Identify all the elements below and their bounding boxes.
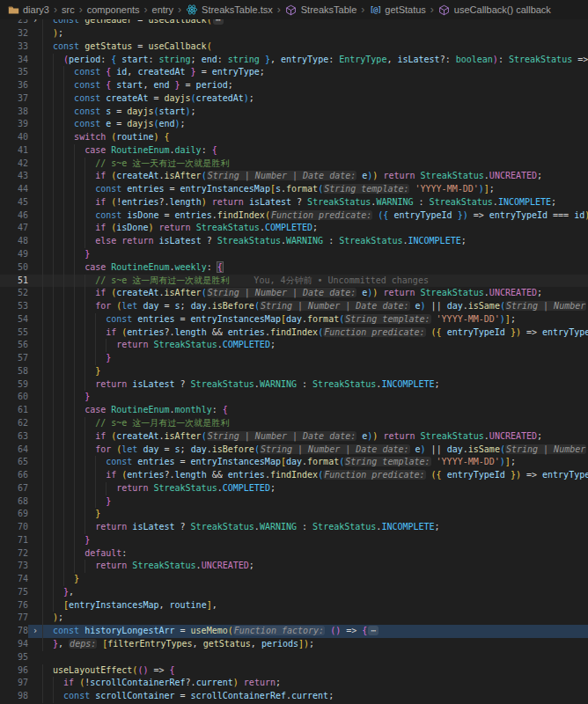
code-line-44[interactable]: 44const entries = entryInstancesMap[s.fo… bbox=[0, 183, 588, 196]
line-number[interactable]: 32 bbox=[0, 27, 28, 40]
line-number[interactable]: 52 bbox=[0, 287, 28, 300]
line-content[interactable]: if (entries?.length && entries.findIndex… bbox=[42, 326, 588, 340]
line-number[interactable]: 53 bbox=[0, 300, 28, 313]
code-line-48[interactable]: 48else return isLatest ? StreakStatus.WA… bbox=[0, 235, 588, 248]
fold-chevron-icon[interactable]: › bbox=[28, 625, 42, 638]
code-line-23[interactable]: 23›const getHeader = useCallback(⋯ bbox=[0, 19, 588, 27]
line-number[interactable]: 57 bbox=[0, 352, 28, 365]
line-number[interactable]: 42 bbox=[0, 158, 28, 171]
line-content[interactable]: useLayoutEffect(() => { bbox=[42, 664, 588, 678]
line-number[interactable]: 75 bbox=[0, 586, 28, 599]
line-number[interactable]: 38 bbox=[0, 106, 28, 119]
line-number[interactable]: 41 bbox=[0, 144, 28, 158]
line-number[interactable]: 67 bbox=[0, 482, 28, 495]
line-content[interactable] bbox=[42, 651, 588, 664]
line-number[interactable]: 39 bbox=[0, 118, 28, 131]
line-content[interactable]: } bbox=[42, 391, 588, 404]
line-number[interactable]: 72 bbox=[0, 547, 28, 561]
line-content[interactable]: return StreakStatus.COMPLETED; bbox=[42, 482, 588, 495]
line-content[interactable]: for (let day = s; day.isBefore(String | … bbox=[42, 444, 588, 457]
code-line-49[interactable]: 49} bbox=[0, 248, 588, 261]
code-line-62[interactable]: 62// s~e 这一月有过一次就是胜利 bbox=[0, 417, 588, 430]
code-line-68[interactable]: 68} bbox=[0, 495, 588, 509]
line-number[interactable]: 44 bbox=[0, 183, 28, 196]
code-line-46[interactable]: 46const isDone = entries.findIndex(Funct… bbox=[0, 209, 588, 223]
line-content[interactable]: if (createAt.isAfter(String | Number | D… bbox=[42, 430, 588, 444]
breadcrumb-item-streakstable-tsx[interactable]: StreaksTable.tsx bbox=[186, 4, 273, 16]
line-number[interactable]: 56 bbox=[0, 339, 28, 352]
line-content[interactable]: ); bbox=[42, 27, 588, 40]
line-number[interactable]: 43 bbox=[0, 170, 28, 183]
line-content[interactable]: [entryInstancesMap, routine], bbox=[42, 599, 588, 612]
line-number[interactable]: 58 bbox=[0, 365, 28, 378]
line-content[interactable]: } bbox=[42, 573, 588, 586]
line-content[interactable]: const getStatus = useCallback( bbox=[42, 40, 588, 54]
line-number[interactable]: 68 bbox=[0, 495, 28, 509]
line-content[interactable]: }, bbox=[42, 586, 588, 599]
line-content[interactable]: const getHeader = useCallback(⋯ bbox=[42, 19, 588, 27]
line-number[interactable]: 36 bbox=[0, 79, 28, 92]
code-line-37[interactable]: 37const createAt = dayjs(createdAt); bbox=[0, 92, 588, 106]
code-line-56[interactable]: 56return StreakStatus.COMPLETED; bbox=[0, 339, 588, 352]
code-line-45[interactable]: 45if (!entries?.length) return isLatest … bbox=[0, 196, 588, 209]
line-number[interactable]: 74 bbox=[0, 573, 28, 586]
code-line-64[interactable]: 64for (let day = s; day.isBefore(String … bbox=[0, 444, 588, 457]
line-number[interactable]: 96 bbox=[0, 664, 28, 678]
line-number[interactable]: 98 bbox=[0, 690, 28, 703]
line-content[interactable]: const s = dayjs(start); bbox=[42, 106, 588, 119]
line-number[interactable]: 64 bbox=[0, 444, 28, 457]
line-number[interactable]: 40 bbox=[0, 131, 28, 144]
line-number[interactable]: 54 bbox=[0, 313, 28, 326]
line-content[interactable]: const { start, end } = period; bbox=[42, 79, 588, 92]
breadcrumb-item-src[interactable]: src bbox=[62, 4, 75, 15]
line-content[interactable]: const isDone = entries.findIndex(Functio… bbox=[42, 209, 588, 223]
line-content[interactable]: case RoutineEnum.daily: { bbox=[42, 144, 588, 158]
line-content[interactable]: }, deps: [filterEntryTypes, getStatus, p… bbox=[42, 638, 588, 651]
line-number[interactable]: 37 bbox=[0, 92, 28, 106]
line-number[interactable]: 35 bbox=[0, 66, 28, 79]
code-line-59[interactable]: 59return isLatest ? StreakStatus.WARNING… bbox=[0, 378, 588, 392]
line-number[interactable]: 66 bbox=[0, 469, 28, 482]
code-line-69[interactable]: 69} bbox=[0, 508, 588, 521]
line-content[interactable]: } bbox=[42, 365, 588, 378]
line-content[interactable]: // s~e 这一月有过一次就是胜利 bbox=[42, 417, 588, 430]
line-number[interactable]: 77 bbox=[0, 612, 28, 625]
code-editor[interactable]: 23›const getHeader = useCallback(⋯32);33… bbox=[0, 19, 588, 703]
line-content[interactable]: const entries = entryInstancesMap[s.form… bbox=[42, 183, 588, 196]
line-number[interactable]: 95 bbox=[0, 651, 28, 664]
line-content[interactable]: // s~e 这一天有过一次就是胜利 bbox=[42, 158, 588, 171]
line-content[interactable]: const { id, createdAt } = entryType; bbox=[42, 66, 588, 79]
line-content[interactable]: return isLatest ? StreakStatus.WARNING :… bbox=[42, 378, 588, 392]
line-content[interactable]: default: bbox=[42, 547, 588, 561]
breadcrumb-item-diary3[interactable]: diary3 bbox=[7, 4, 49, 16]
code-line-66[interactable]: 66if (entries?.length && entries.findInd… bbox=[0, 469, 588, 482]
code-line-52[interactable]: 52if (createAt.isAfter(String | Number |… bbox=[0, 287, 588, 300]
code-line-43[interactable]: 43if (createAt.isAfter(String | Number |… bbox=[0, 170, 588, 183]
line-content[interactable]: return isLatest ? StreakStatus.WARNING :… bbox=[42, 521, 588, 534]
code-line-55[interactable]: 55if (entries?.length && entries.findInd… bbox=[0, 326, 588, 340]
line-number[interactable]: 34 bbox=[0, 54, 28, 67]
line-content[interactable]: case RoutineEnum.monthly: { bbox=[42, 404, 588, 417]
line-number[interactable]: 47 bbox=[0, 222, 28, 235]
line-number[interactable]: 23 bbox=[0, 19, 28, 27]
code-line-61[interactable]: 61case RoutineEnum.monthly: { bbox=[0, 404, 588, 417]
line-content[interactable]: if (!entries?.length) return isLatest ? … bbox=[42, 196, 588, 209]
code-line-39[interactable]: 39const e = dayjs(end); bbox=[0, 118, 588, 131]
code-line-38[interactable]: 38const s = dayjs(start); bbox=[0, 106, 588, 119]
line-content[interactable]: if (isDone) return StreakStatus.COMPLETE… bbox=[42, 222, 588, 235]
code-line-51[interactable]: 51// s~e 这一周有过一次就是胜利You, 4分钟前 • Uncommit… bbox=[0, 275, 588, 288]
line-content[interactable]: // s~e 这一周有过一次就是胜利You, 4分钟前 • Uncommitte… bbox=[42, 275, 588, 288]
code-line-57[interactable]: 57} bbox=[0, 352, 588, 365]
code-line-34[interactable]: 34(period: { start: string; end: string … bbox=[0, 54, 588, 67]
code-line-50[interactable]: 50case RoutineEnum.weekly: { bbox=[0, 261, 588, 275]
line-content[interactable]: (period: { start: string; end: string },… bbox=[42, 54, 588, 67]
code-line-54[interactable]: 54const entries = entryInstancesMap[day.… bbox=[0, 313, 588, 326]
code-line-67[interactable]: 67return StreakStatus.COMPLETED; bbox=[0, 482, 588, 495]
code-line-33[interactable]: 33const getStatus = useCallback( bbox=[0, 40, 588, 54]
line-number[interactable]: 50 bbox=[0, 261, 28, 275]
line-number[interactable]: 45 bbox=[0, 196, 28, 209]
line-number[interactable]: 33 bbox=[0, 40, 28, 54]
line-number[interactable]: 94 bbox=[0, 638, 28, 651]
code-line-94[interactable]: 94}, deps: [filterEntryTypes, getStatus,… bbox=[0, 638, 588, 651]
line-content[interactable]: const historyLongestArr = useMemo(Functi… bbox=[42, 625, 588, 638]
